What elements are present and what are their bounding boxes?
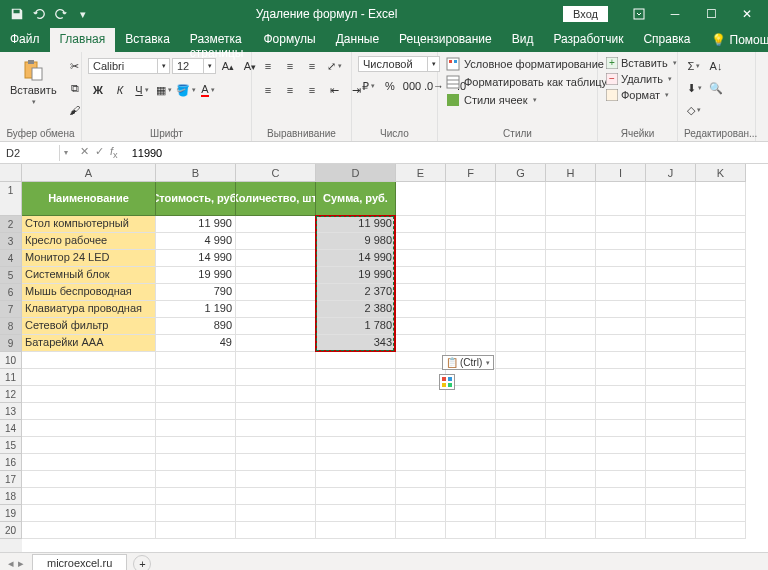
cell[interactable] [646,369,696,386]
row-header[interactable]: 11 [0,369,22,386]
cell[interactable] [696,301,746,318]
cell[interactable] [396,250,446,267]
font-name-select[interactable]: Calibri [88,58,158,74]
cell[interactable] [396,420,446,437]
tellme-button[interactable]: 💡Помощь [701,28,768,52]
cell[interactable] [696,369,746,386]
cell[interactable] [22,386,156,403]
cell[interactable] [496,403,546,420]
align-middle-icon[interactable]: ≡ [280,56,300,76]
cell[interactable] [496,488,546,505]
decrease-indent-icon[interactable]: ⇤ [324,80,344,100]
cell[interactable] [236,522,316,539]
align-right-icon[interactable]: ≡ [302,80,322,100]
row-header[interactable]: 3 [0,233,22,250]
row-header[interactable]: 7 [0,301,22,318]
find-icon[interactable]: 🔍 [706,78,726,98]
minimize-icon[interactable]: ─ [658,0,692,28]
cell[interactable] [596,352,646,369]
cell[interactable] [646,352,696,369]
cell[interactable] [496,182,546,216]
row-header[interactable]: 14 [0,420,22,437]
cell[interactable] [496,420,546,437]
cell[interactable] [696,420,746,437]
cell[interactable] [596,403,646,420]
cell[interactable] [696,284,746,301]
cell[interactable]: Монитор 24 LED [22,250,156,267]
cell[interactable] [156,522,236,539]
align-top-icon[interactable]: ≡ [258,56,278,76]
cell[interactable] [22,369,156,386]
cell[interactable] [596,250,646,267]
cell[interactable] [236,250,316,267]
cell[interactable] [22,352,156,369]
cell[interactable] [396,335,446,352]
cell[interactable] [546,505,596,522]
grow-font-icon[interactable]: A▴ [218,56,238,76]
cell[interactable] [316,386,396,403]
cell[interactable] [22,420,156,437]
cell[interactable]: 19 990 [316,267,396,284]
cell[interactable] [236,471,316,488]
save-icon[interactable] [10,7,24,21]
cell[interactable] [156,403,236,420]
cell[interactable] [646,301,696,318]
cell[interactable] [546,301,596,318]
cell[interactable] [546,216,596,233]
percent-icon[interactable]: % [380,76,400,96]
cell[interactable] [546,437,596,454]
cell[interactable] [236,369,316,386]
cell[interactable] [496,369,546,386]
paste-button[interactable]: Вставить▾ [6,56,61,108]
close-icon[interactable]: ✕ [730,0,764,28]
cell[interactable] [496,250,546,267]
cell[interactable] [22,522,156,539]
fx-icon[interactable]: fx [110,145,118,160]
tab-view[interactable]: Вид [502,28,544,52]
cell[interactable]: Сумма, руб. [316,182,396,216]
cell[interactable]: 11 990 [156,216,236,233]
cell[interactable] [696,250,746,267]
cell[interactable] [156,420,236,437]
cell[interactable] [646,505,696,522]
cell[interactable] [496,352,546,369]
cell[interactable] [446,267,496,284]
tab-home[interactable]: Главная [50,28,116,52]
cell[interactable] [646,284,696,301]
cell[interactable] [236,403,316,420]
cell[interactable] [696,505,746,522]
fill-color-icon[interactable]: 🪣▾ [176,80,196,100]
row-header[interactable]: 20 [0,522,22,539]
cell[interactable] [546,182,596,216]
cell[interactable] [696,386,746,403]
cell[interactable] [396,471,446,488]
cell[interactable] [236,335,316,352]
cell[interactable]: Клавиатура проводная [22,301,156,318]
cell[interactable] [546,386,596,403]
cell[interactable]: Системный блок [22,267,156,284]
cell[interactable] [696,454,746,471]
cell[interactable] [646,250,696,267]
row-header[interactable]: 10 [0,352,22,369]
cell[interactable] [396,216,446,233]
cell[interactable] [696,335,746,352]
sheet-tab[interactable]: microexcel.ru [32,554,127,570]
font-size-select[interactable]: 12 [172,58,204,74]
cell[interactable] [646,488,696,505]
cell[interactable] [646,335,696,352]
enter-formula-icon[interactable]: ✓ [95,145,104,160]
column-header-E[interactable]: E [396,164,446,182]
cell[interactable] [396,522,446,539]
cell[interactable]: 9 980 [316,233,396,250]
cell[interactable] [646,471,696,488]
cell[interactable] [396,488,446,505]
row-header[interactable]: 15 [0,437,22,454]
qat-dropdown-icon[interactable]: ▾ [76,7,90,21]
cell[interactable] [236,233,316,250]
cell[interactable] [156,454,236,471]
cell[interactable] [596,522,646,539]
column-header-G[interactable]: G [496,164,546,182]
cell[interactable] [546,403,596,420]
cell[interactable]: 19 990 [156,267,236,284]
row-header[interactable]: 1 [0,182,22,216]
